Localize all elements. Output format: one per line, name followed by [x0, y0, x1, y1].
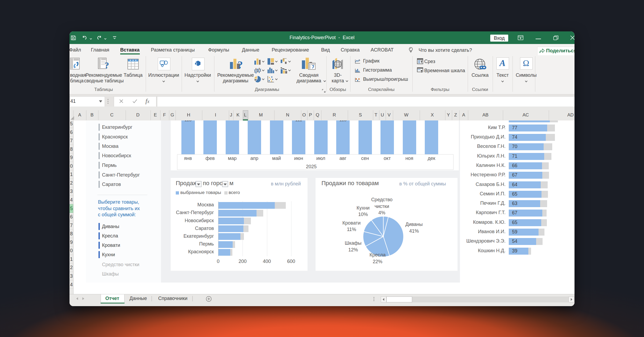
svg-text:?: ?: [237, 59, 243, 71]
svg-text:?: ?: [105, 60, 109, 70]
